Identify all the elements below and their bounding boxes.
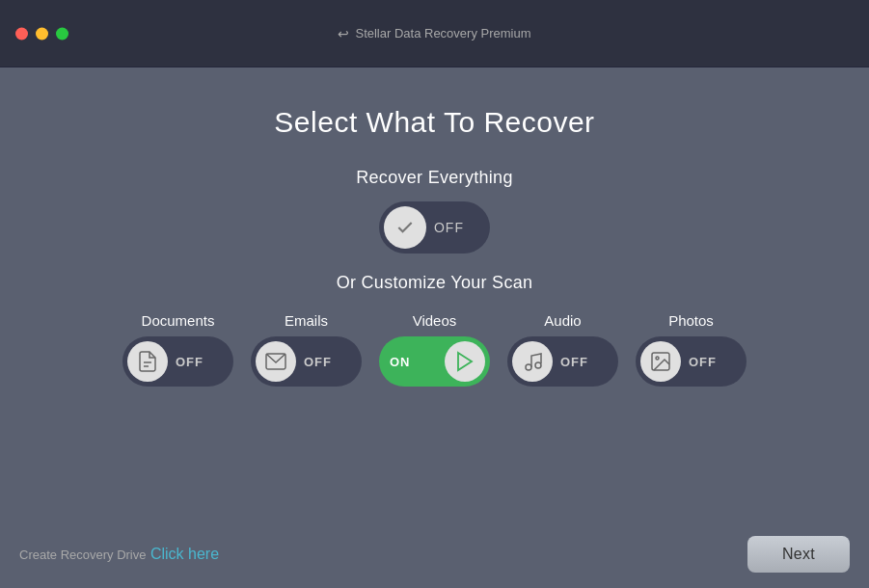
svg-point-7 bbox=[535, 362, 541, 368]
svg-point-9 bbox=[656, 357, 659, 360]
app-title-bar: ↩ Stellar Data Recovery Premium bbox=[338, 26, 530, 41]
file-type-photos: Photos OFF bbox=[636, 312, 747, 387]
file-type-audio: Audio OFF bbox=[507, 312, 618, 387]
recover-everything-label: Recover Everything bbox=[356, 168, 512, 188]
emails-icon-wrap bbox=[256, 341, 296, 382]
documents-toggle[interactable]: OFF bbox=[122, 336, 233, 387]
file-type-videos: Videos ON bbox=[379, 312, 490, 387]
check-icon bbox=[395, 218, 415, 237]
file-type-emails: Emails OFF bbox=[251, 312, 362, 387]
emails-label: Emails bbox=[285, 312, 328, 329]
recover-everything-toggle[interactable]: OFF bbox=[379, 201, 490, 254]
photos-label: Photos bbox=[668, 312, 714, 329]
file-type-documents: Documents OFF bbox=[122, 312, 233, 387]
email-icon bbox=[264, 350, 287, 373]
documents-toggle-text: OFF bbox=[176, 355, 204, 369]
audio-label: Audio bbox=[544, 312, 581, 329]
bottom-bar: Create Recovery Drive Click here Next bbox=[19, 536, 850, 573]
or-customize-label: Or Customize Your Scan bbox=[337, 273, 533, 293]
photos-toggle[interactable]: OFF bbox=[636, 336, 747, 387]
app-title: Stellar Data Recovery Premium bbox=[355, 26, 530, 40]
emails-toggle-text: OFF bbox=[304, 355, 332, 369]
videos-toggle-text: ON bbox=[390, 355, 411, 369]
audio-toggle-text: OFF bbox=[560, 355, 588, 369]
recover-toggle-knob bbox=[384, 206, 426, 249]
page-title: Select What To Recover bbox=[274, 106, 594, 139]
maximize-button[interactable] bbox=[56, 27, 68, 40]
document-icon bbox=[136, 350, 159, 373]
recover-everything-section: Recover Everything OFF bbox=[356, 168, 512, 254]
videos-icon-wrap bbox=[445, 341, 485, 382]
close-button[interactable] bbox=[15, 27, 28, 40]
photos-icon bbox=[649, 350, 672, 373]
audio-icon bbox=[521, 350, 544, 373]
create-recovery-label: Create Recovery Drive bbox=[19, 548, 147, 562]
audio-icon-wrap bbox=[512, 341, 553, 382]
documents-icon-wrap bbox=[127, 341, 168, 382]
create-recovery-text: Create Recovery Drive Click here bbox=[19, 546, 219, 563]
click-here-link[interactable]: Click here bbox=[150, 546, 219, 562]
main-content: Select What To Recover Recover Everythin… bbox=[0, 67, 869, 588]
back-icon: ↩ bbox=[338, 26, 349, 41]
audio-toggle[interactable]: OFF bbox=[507, 336, 618, 387]
emails-toggle[interactable]: OFF bbox=[251, 336, 362, 387]
next-button[interactable]: Next bbox=[747, 536, 850, 573]
recover-toggle-text: OFF bbox=[434, 220, 464, 235]
photos-icon-wrap bbox=[640, 341, 681, 382]
photos-toggle-text: OFF bbox=[689, 355, 717, 369]
video-icon bbox=[453, 350, 476, 373]
svg-marker-5 bbox=[458, 353, 472, 370]
videos-label: Videos bbox=[413, 312, 457, 329]
videos-toggle[interactable]: ON bbox=[379, 336, 490, 387]
documents-label: Documents bbox=[142, 312, 215, 329]
minimize-button[interactable] bbox=[36, 27, 48, 40]
titlebar: ↩ Stellar Data Recovery Premium ⚙ ▾ ↻ ▾ … bbox=[0, 0, 869, 67]
file-types-row: Documents OFF Emails OFF bbox=[122, 312, 747, 387]
svg-point-6 bbox=[526, 364, 531, 370]
traffic-lights bbox=[15, 27, 68, 40]
